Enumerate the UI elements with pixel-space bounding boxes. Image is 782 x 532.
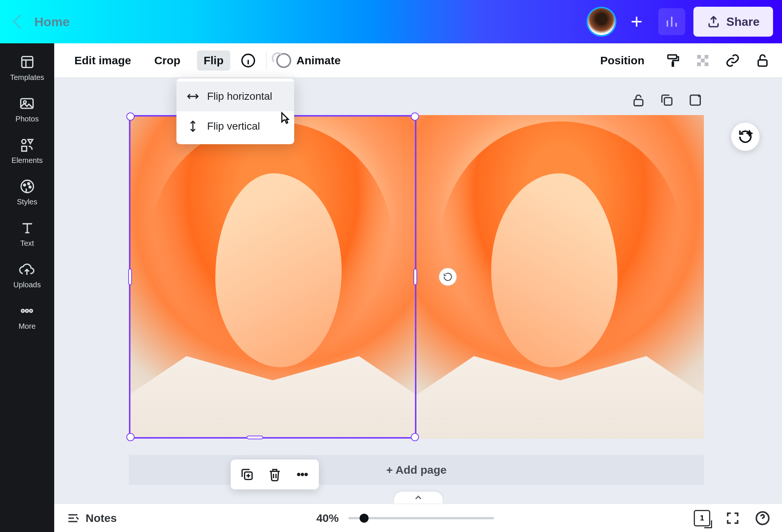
fullscreen-icon[interactable] <box>725 511 740 526</box>
sidebar-item-text[interactable]: Text <box>19 220 36 248</box>
zoom-slider[interactable] <box>348 517 494 519</box>
header-left-group: Home <box>15 15 70 29</box>
notes-icon <box>66 511 80 525</box>
svg-point-7 <box>29 186 31 188</box>
svg-point-10 <box>30 309 33 312</box>
page-quick-actions <box>231 460 319 489</box>
expand-pages-tab[interactable] <box>394 492 443 504</box>
more-icon <box>19 303 35 319</box>
canvas-image-left[interactable] <box>129 115 416 439</box>
zoom-value[interactable]: 40% <box>316 512 339 525</box>
left-sidebar: Templates Photos Elements Styles Text Up… <box>0 43 54 532</box>
canvas-image-right[interactable] <box>416 115 704 439</box>
sidebar-item-photos[interactable]: Photos <box>15 95 39 123</box>
svg-rect-20 <box>664 98 672 105</box>
styles-icon <box>19 178 36 195</box>
svg-rect-16 <box>697 62 701 66</box>
animate-button[interactable]: Animate <box>276 53 341 68</box>
add-page-button[interactable]: + Add page <box>129 455 704 485</box>
sidebar-item-label: Photos <box>15 115 39 123</box>
lock-open-icon <box>755 53 770 68</box>
sidebar-item-label: Elements <box>12 156 43 165</box>
templates-icon <box>19 54 36 70</box>
notes-label: Notes <box>86 512 117 525</box>
context-toolbar-left: Edit image Crop Flip Animate <box>68 50 341 71</box>
canvas-area[interactable]: + Add page <box>54 78 782 504</box>
svg-rect-15 <box>701 59 705 62</box>
duplicate-page-icon[interactable] <box>659 93 674 108</box>
chevron-up-icon <box>413 492 424 503</box>
cursor-pointer-icon <box>277 110 292 127</box>
info-button[interactable] <box>240 52 256 69</box>
animate-label: Animate <box>296 54 341 67</box>
info-icon <box>241 53 256 68</box>
svg-point-23 <box>297 473 300 476</box>
paint-roller-icon <box>665 53 680 68</box>
text-icon <box>19 220 36 236</box>
page-controls <box>631 93 703 108</box>
elements-icon <box>19 137 36 153</box>
plus-icon <box>629 14 644 29</box>
home-button[interactable]: Home <box>34 15 70 29</box>
zoom-slider-thumb[interactable] <box>360 514 369 523</box>
sidebar-item-label: Uploads <box>13 281 41 289</box>
svg-rect-13 <box>697 55 701 59</box>
back-chevron-icon[interactable] <box>13 14 28 29</box>
lock-button[interactable] <box>754 52 771 69</box>
sparkle-refresh-icon <box>737 129 754 145</box>
artboard[interactable] <box>129 115 704 439</box>
sidebar-item-uploads[interactable]: Uploads <box>13 261 41 289</box>
help-icon[interactable] <box>755 511 770 526</box>
style-copy-button[interactable] <box>665 52 681 69</box>
link-button[interactable] <box>724 52 741 69</box>
add-collaborator-button[interactable] <box>623 8 650 35</box>
context-toolbar: Edit image Crop Flip Animate Position <box>54 43 782 78</box>
share-button-label: Share <box>726 15 760 29</box>
crop-button[interactable]: Crop <box>148 50 187 71</box>
sidebar-item-label: Text <box>20 239 34 248</box>
sidebar-item-label: Templates <box>10 73 44 82</box>
notes-button[interactable]: Notes <box>66 511 117 525</box>
svg-point-3 <box>22 139 26 143</box>
position-button[interactable]: Position <box>594 50 651 71</box>
toolbar-divider <box>266 52 267 69</box>
magic-button[interactable] <box>731 123 760 151</box>
flip-horizontal-icon <box>186 90 200 103</box>
sidebar-item-label: More <box>19 322 36 331</box>
svg-point-25 <box>305 473 307 476</box>
header-right-group: Share <box>588 7 773 37</box>
zoom-control: 40% <box>316 512 494 525</box>
svg-point-9 <box>26 309 28 312</box>
transparency-button[interactable] <box>695 52 711 69</box>
add-blank-page-icon[interactable] <box>688 93 703 108</box>
svg-rect-17 <box>705 62 708 66</box>
app-top-header: Home Share <box>0 0 782 43</box>
avatar[interactable] <box>588 8 615 35</box>
sidebar-item-templates[interactable]: Templates <box>10 54 44 82</box>
flip-vertical-icon <box>186 120 200 133</box>
lock-page-icon[interactable] <box>631 93 646 108</box>
share-button[interactable]: Share <box>693 7 773 37</box>
flip-horizontal-label: Flip horizontal <box>207 90 272 102</box>
svg-rect-12 <box>668 55 677 59</box>
flip-horizontal-item[interactable]: Flip horizontal <box>176 81 294 111</box>
sidebar-item-elements[interactable]: Elements <box>12 137 43 165</box>
edit-image-button[interactable]: Edit image <box>68 50 138 71</box>
svg-point-24 <box>301 473 304 476</box>
animate-icon <box>276 53 291 68</box>
analytics-button[interactable] <box>658 8 685 35</box>
transparency-icon <box>695 53 710 68</box>
sidebar-item-more[interactable]: More <box>19 303 36 331</box>
flip-button[interactable]: Flip <box>197 50 230 71</box>
photos-icon <box>19 95 35 112</box>
duplicate-icon[interactable] <box>240 467 255 482</box>
svg-point-5 <box>24 184 25 186</box>
trash-icon[interactable] <box>267 467 282 482</box>
link-icon <box>725 53 740 68</box>
more-horizontal-icon[interactable] <box>295 467 310 482</box>
page-count-button[interactable]: 1 <box>694 510 710 526</box>
add-page-label: + Add page <box>386 464 446 476</box>
svg-rect-0 <box>22 56 33 67</box>
rotate-handle[interactable] <box>439 268 457 286</box>
sidebar-item-styles[interactable]: Styles <box>17 178 37 206</box>
